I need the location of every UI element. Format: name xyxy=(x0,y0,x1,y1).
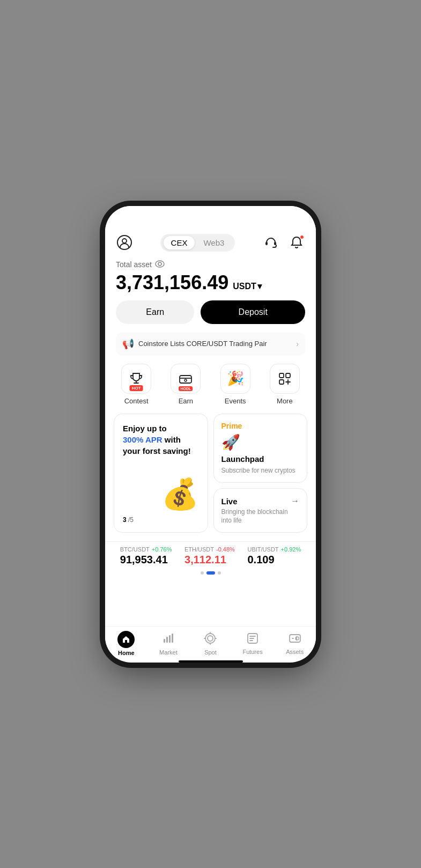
svg-point-7 xyxy=(184,379,187,381)
nav-spot[interactable]: Spot xyxy=(189,631,232,656)
wallet-illustration: 💰 xyxy=(123,476,199,512)
svg-point-5 xyxy=(158,262,161,266)
quick-events[interactable]: 🎉 Events xyxy=(216,364,255,405)
hot-badge: HOT xyxy=(130,385,143,391)
hodl-badge: HODL xyxy=(179,386,193,391)
asset-amount: 3,731,156.49 xyxy=(116,271,228,294)
btc-ticker[interactable]: BTC/USDT +0.76% 91,953.41 xyxy=(120,546,172,566)
contest-label: Contest xyxy=(124,397,149,405)
quick-contest[interactable]: HOT Contest xyxy=(117,364,156,405)
futures-icon xyxy=(246,632,259,647)
svg-rect-3 xyxy=(274,242,276,245)
cards-grid: Enjoy up to 300% APR with your forst sav… xyxy=(105,414,316,542)
deposit-button[interactable]: Deposit xyxy=(201,300,305,324)
eth-ticker[interactable]: ETH/USDT -0.48% 3,112.11 xyxy=(184,546,235,566)
announcement-banner[interactable]: 📢 Coinstore Lists CORE/USDT Trading Pair… xyxy=(116,333,305,355)
profile-icon[interactable] xyxy=(116,234,133,251)
bottom-nav: Home Market Spot xyxy=(105,626,316,658)
spot-label: Spot xyxy=(204,649,217,656)
asset-section: Total asset 3,731,156.49 USDT ▾ xyxy=(105,256,316,300)
home-indicator xyxy=(179,660,243,663)
header: CEX Web3 xyxy=(105,230,316,256)
market-icon xyxy=(162,631,175,648)
announcement-icon: 📢 xyxy=(122,338,134,350)
card-pagination: 3 /5 xyxy=(123,516,199,524)
quick-actions: HOT Contest HODL Earn 🎉 xyxy=(105,364,316,414)
assets-icon xyxy=(289,632,301,647)
earn-icon: HODL xyxy=(171,364,201,394)
svg-point-1 xyxy=(122,239,127,243)
announcement-text: Coinstore Lists CORE/USDT Trading Pair xyxy=(138,340,292,348)
mode-switcher[interactable]: CEX Web3 xyxy=(160,234,235,252)
nav-market[interactable]: Market xyxy=(147,631,190,656)
ubit-change: +0.92% xyxy=(281,546,301,553)
svg-point-19 xyxy=(296,637,299,640)
ubit-pair: UBIT/USDT xyxy=(248,546,279,553)
svg-rect-10 xyxy=(279,380,284,384)
cex-tab[interactable]: CEX xyxy=(164,236,195,249)
launchpad-subtitle: Subscribe for new cryptos xyxy=(221,467,300,475)
prime-label: Prime xyxy=(221,422,300,430)
ubit-price: 0.109 xyxy=(248,554,301,566)
svg-point-4 xyxy=(156,261,164,267)
svg-rect-11 xyxy=(164,639,165,643)
events-label: Events xyxy=(225,397,246,405)
futures-label: Futures xyxy=(242,649,262,655)
notification-badge xyxy=(300,235,304,239)
pagination-dots xyxy=(105,568,316,578)
dot-2 xyxy=(206,571,215,575)
dot-3 xyxy=(218,571,221,575)
savings-card[interactable]: Enjoy up to 300% APR with your forst sav… xyxy=(114,414,208,533)
more-icon xyxy=(270,364,300,394)
ticker-row: BTC/USDT +0.76% 91,953.41 ETH/USDT -0.48… xyxy=(105,541,316,568)
rocket-icon: 🚀 xyxy=(221,433,300,451)
more-label: More xyxy=(277,397,293,405)
savings-title: Enjoy up to 300% APR with your forst sav… xyxy=(123,423,199,457)
chevron-right-icon: › xyxy=(296,340,299,348)
svg-point-0 xyxy=(117,236,131,249)
live-card[interactable]: Live → Bringing the blockchain into life xyxy=(213,488,308,533)
visibility-icon[interactable] xyxy=(155,260,165,269)
live-title: Live xyxy=(221,497,238,506)
svg-rect-12 xyxy=(166,637,168,643)
nav-home[interactable]: Home xyxy=(105,631,147,656)
nav-futures[interactable]: Futures xyxy=(232,632,274,655)
earn-label: Earn xyxy=(179,397,193,405)
action-buttons: Earn Deposit xyxy=(105,300,316,333)
spot-icon xyxy=(203,631,217,648)
asset-currency[interactable]: USDT ▾ xyxy=(233,281,262,291)
btc-pair: BTC/USDT xyxy=(120,546,150,553)
svg-rect-2 xyxy=(265,242,268,245)
eth-change: -0.48% xyxy=(216,546,235,553)
earn-button[interactable]: Earn xyxy=(116,300,194,324)
quick-earn[interactable]: HODL Earn xyxy=(166,364,205,405)
home-icon xyxy=(117,631,135,648)
launchpad-card[interactable]: Prime 🚀 Launchpad Subscribe for new cryp… xyxy=(213,414,308,483)
web3-tab[interactable]: Web3 xyxy=(196,236,232,249)
ubit-ticker[interactable]: UBIT/USDT +0.92% 0.109 xyxy=(248,546,301,566)
nav-assets[interactable]: Assets xyxy=(274,632,316,655)
asset-label: Total asset xyxy=(116,260,152,269)
dot-1 xyxy=(201,571,204,575)
svg-rect-8 xyxy=(279,373,284,378)
svg-rect-9 xyxy=(286,373,290,378)
live-arrow-icon: → xyxy=(291,496,299,506)
support-icon[interactable] xyxy=(262,234,279,251)
svg-point-16 xyxy=(208,636,213,641)
events-icon: 🎉 xyxy=(220,364,250,394)
contest-icon: HOT xyxy=(121,364,151,394)
svg-point-15 xyxy=(205,634,215,643)
launchpad-title: Launchpad xyxy=(221,454,300,464)
btc-price: 91,953.41 xyxy=(120,554,172,566)
assets-label: Assets xyxy=(286,649,304,655)
svg-rect-13 xyxy=(169,635,171,643)
market-label: Market xyxy=(159,649,178,656)
live-subtitle: Bringing the blockchain into life xyxy=(221,508,300,525)
eth-price: 3,112.11 xyxy=(184,554,235,566)
home-label: Home xyxy=(118,650,135,656)
svg-rect-14 xyxy=(172,634,173,643)
notification-icon[interactable] xyxy=(288,234,305,251)
eth-pair: ETH/USDT xyxy=(184,546,214,553)
btc-change: +0.76% xyxy=(152,546,172,553)
quick-more[interactable]: More xyxy=(265,364,304,405)
